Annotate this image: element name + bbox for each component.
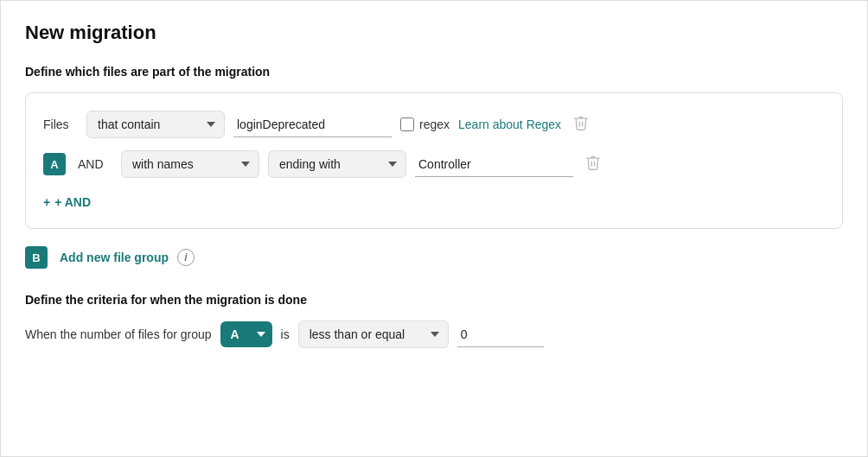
- delete-row1-button[interactable]: [570, 111, 592, 138]
- add-file-group-button[interactable]: Add new file group: [60, 251, 169, 264]
- file-group-box: Files that contain that do not contain r…: [25, 92, 843, 229]
- page-container: New migration Define which files are par…: [0, 0, 868, 457]
- criteria-value-input[interactable]: [457, 322, 544, 347]
- page-title: New migration: [25, 22, 843, 44]
- regex-label: regex: [419, 117, 450, 131]
- criteria-group-select[interactable]: A B: [220, 321, 272, 347]
- section2-title: Define the criteria for when the migrati…: [25, 293, 843, 307]
- contain-select[interactable]: that contain that do not contain: [86, 111, 225, 138]
- criteria-is-label: is: [281, 327, 290, 341]
- files-row: Files that contain that do not contain r…: [43, 111, 825, 138]
- contain-text-input[interactable]: [233, 112, 392, 137]
- ending-select[interactable]: ending with starting with containing mat…: [268, 150, 406, 178]
- files-label: Files: [43, 117, 78, 131]
- add-and-label: + AND: [54, 195, 91, 209]
- trash-icon: [573, 115, 589, 135]
- plus-icon: +: [43, 195, 50, 209]
- and-row: A AND with names without names ending wi…: [43, 150, 825, 178]
- criteria-prefix: When the number of files for group: [25, 327, 212, 341]
- and-label: AND: [78, 157, 112, 171]
- learn-regex-link[interactable]: Learn about Regex: [458, 117, 561, 131]
- info-icon: i: [177, 249, 195, 266]
- add-and-button[interactable]: + + AND: [43, 190, 91, 214]
- names-select[interactable]: with names without names: [121, 150, 259, 178]
- criteria-row: When the number of files for group A B i…: [25, 321, 843, 348]
- section1-title: Define which files are part of the migra…: [25, 65, 843, 79]
- group-badge-b: B: [25, 246, 48, 269]
- trash-icon-2: [585, 155, 601, 175]
- ending-text-input[interactable]: [415, 152, 573, 177]
- add-group-row: B Add new file group i: [25, 246, 843, 269]
- regex-checkbox[interactable]: [400, 117, 414, 131]
- criteria-condition-select[interactable]: less than or equal greater than or equal…: [298, 321, 449, 348]
- group-badge-a: A: [43, 153, 66, 175]
- delete-row2-button[interactable]: [582, 151, 604, 178]
- regex-checkbox-wrap: regex: [400, 117, 450, 131]
